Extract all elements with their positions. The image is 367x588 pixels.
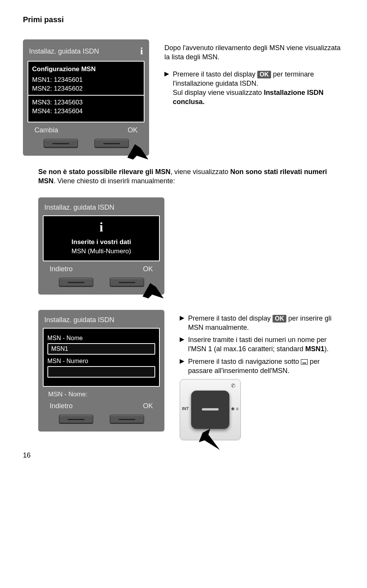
screen2-title: Installaz. guidata ISDN [44, 204, 114, 212]
hardkey-left[interactable] [59, 415, 93, 424]
note-manual-entry: Se non è stato possibile rilevare gli MS… [38, 167, 344, 186]
phone-screen-msn-list: Installaz. guidata ISDN i Configurazione… [23, 39, 149, 156]
b3-b: MSN1 [305, 345, 325, 353]
svg-marker-1 [143, 283, 164, 298]
nav-down-icon [301, 359, 308, 365]
nav-menu-icon: ✱ ≡ [231, 406, 239, 412]
softkey-indietro[interactable]: Indietro [50, 265, 73, 273]
b4-a: Premere il tasto di navigazione sotto [188, 358, 301, 365]
hardkey-left[interactable] [59, 278, 93, 287]
note1-b: , viene visualizzato [171, 168, 230, 176]
row-1: Installaz. guidata ISDN i Configurazione… [23, 39, 344, 156]
row-2: Installaz. guidata ISDN i Inserite i vos… [38, 197, 344, 295]
pointer-arrow-icon [141, 275, 164, 298]
bullet-marker-icon: ▶ [164, 70, 169, 78]
screen2-msg: Inserite i vostri dati [47, 238, 155, 246]
bullet-marker-icon: ▶ [180, 314, 184, 322]
right-col-1: Dopo l'avvenuto rilevamento degli MSN vi… [164, 39, 344, 110]
nav-int-label: INT [182, 406, 189, 412]
msn-line-2: MSN2: 12345602 [32, 85, 140, 93]
screen3-title: Installaz. guidata ISDN [44, 316, 114, 324]
softkey-ok[interactable]: OK [143, 402, 153, 410]
hardkey-left[interactable] [44, 139, 78, 148]
input-msn-nome[interactable]: MSN1 [47, 343, 155, 355]
pointer-arrow-icon [199, 429, 222, 452]
row-3: Installaz. guidata ISDN MSN - Nome MSN1 … [38, 310, 344, 441]
right-col-3: ▶ Premere il tasto del display OK per in… [180, 310, 344, 441]
screen1-title: Installaz. guidata ISDN [29, 47, 99, 55]
b3-c: ). [325, 345, 329, 353]
screen2-sub: MSN (Multi-Numero) [47, 248, 155, 255]
bullet-press-nav-down: ▶ Premere il tasto di navigazione sotto … [180, 357, 344, 376]
bullet-marker-icon: ▶ [180, 335, 184, 344]
msn-line-1: MSN1: 12345601 [32, 76, 140, 84]
note1-d: . Viene chiesto di inserirli manualmente… [54, 177, 175, 185]
input-msn-numero[interactable] [47, 366, 155, 378]
hardkey-right[interactable] [110, 278, 144, 287]
phone-screen-enter-data: Installaz. guidata ISDN i Inserite i vos… [38, 197, 164, 295]
bullet-press-ok-finish: ▶ Premere il tasto del display OK per te… [164, 70, 344, 107]
info-icon: i [140, 46, 143, 57]
softkey-indietro[interactable]: Indietro [50, 402, 73, 410]
para-after-detection: Dopo l'avvenuto rilevamento degli MSN vi… [164, 43, 344, 62]
note1-a: Se non è stato possibile rilevare gli MS… [38, 168, 171, 176]
nav-center-button[interactable] [191, 391, 229, 429]
bullet-marker-icon: ▶ [180, 357, 184, 365]
label-msn-nome: MSN - Nome [47, 335, 155, 342]
handset-icon: ✆ [231, 382, 235, 389]
ok-badge: OK [273, 315, 286, 323]
msn-line-3: MSN3: 12345603 [32, 99, 140, 106]
navigation-pad: INT ✱ ≡ ✆ [180, 379, 241, 440]
svg-marker-2 [199, 429, 220, 450]
b1-pre: Premere il tasto del display [173, 70, 257, 78]
label-msn-numero: MSN - Numero [47, 358, 155, 365]
page-number: 16 [23, 451, 31, 459]
softkey-ok[interactable]: OK [143, 265, 153, 273]
screen1-heading: Configurazione MSN [32, 65, 140, 73]
field-prompt: MSN - Nome: [43, 387, 160, 398]
hardkey-right[interactable] [110, 415, 144, 424]
softkey-cambia[interactable]: Cambia [34, 126, 58, 134]
info-icon: i [47, 220, 155, 235]
b1-line2a: Sul display viene visualizzato [173, 89, 264, 96]
ok-badge: OK [257, 71, 271, 79]
phone-screen-msn-name: Installaz. guidata ISDN MSN - Nome MSN1 … [38, 310, 164, 432]
bullet-enter-name: ▶ Inserire tramite i tasti dei numeri un… [180, 335, 344, 354]
pointer-arrow-icon [125, 137, 148, 160]
softkey-ok[interactable]: OK [128, 126, 138, 134]
svg-marker-0 [127, 144, 148, 160]
hardkey-right[interactable] [94, 139, 129, 148]
msn-line-4: MSN4: 12345604 [32, 108, 140, 115]
bullet-press-ok-manual: ▶ Premere il tasto del display OK per in… [180, 314, 344, 332]
b2-pre: Premere il tasto del display [188, 314, 273, 322]
page-header: Primi passi [23, 15, 344, 24]
